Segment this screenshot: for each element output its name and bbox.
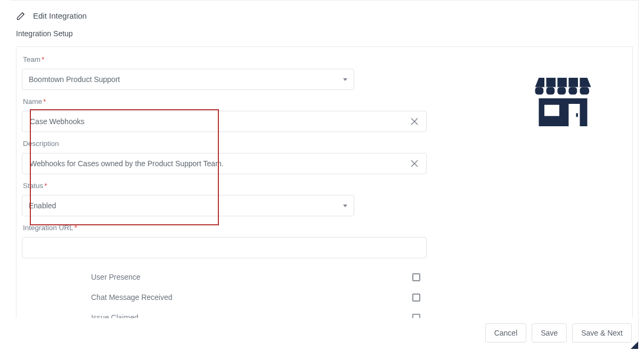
pencil-icon [16,10,27,21]
name-input-wrap [22,111,427,132]
form-column: Team* Boomtown Product Support Name* [17,54,422,328]
svg-rect-11 [544,78,547,87]
event-label: Chat Message Received [91,293,173,302]
page-container: Edit Integration Integration Setup Team*… [11,0,639,349]
svg-rect-7 [558,87,566,95]
field-label-team: Team* [22,54,422,69]
save-next-button[interactable]: Save & Next [572,323,632,343]
page-header: Edit Integration [11,1,638,27]
page-title: Edit Integration [33,11,87,20]
svg-rect-9 [580,87,590,95]
required-asterisk: * [43,182,47,190]
svg-rect-8 [569,87,577,95]
url-input[interactable] [29,238,421,258]
status-select-value: Enabled [29,201,56,210]
event-row-chat-message-received: Chat Message Received [91,287,427,307]
event-label: User Presence [91,273,141,281]
svg-rect-15 [544,105,559,116]
form-panel: Team* Boomtown Product Support Name* [16,46,633,328]
footer-actions: Cancel Save Save & Next [11,318,638,349]
field-team: Team* Boomtown Product Support [22,54,422,90]
svg-rect-5 [535,87,544,95]
field-label-url: Integration URL* [22,223,422,237]
chevron-down-icon [343,205,347,207]
chevron-down-icon [343,78,347,81]
field-label-status: Status* [22,181,422,195]
field-description: Description [22,139,422,174]
svg-rect-12 [556,78,558,87]
svg-rect-17 [576,113,578,117]
team-label-text: Team [23,55,40,63]
close-icon[interactable] [408,115,421,128]
resize-handle[interactable] [631,341,638,349]
svg-rect-16 [569,104,580,126]
checkbox-chat-message-received[interactable] [412,294,420,302]
required-asterisk: * [42,97,46,105]
required-asterisk: * [40,55,44,63]
svg-rect-13 [567,78,569,87]
name-input[interactable] [29,111,408,132]
integration-image [531,70,595,132]
description-label-text: Description [23,140,59,148]
field-integration-url: Integration URL* [22,223,422,258]
svg-rect-14 [578,78,580,87]
svg-marker-4 [535,78,591,87]
name-label-text: Name [23,97,42,105]
save-button[interactable]: Save [532,323,567,343]
section-heading: Integration Setup [11,27,638,45]
store-icon [533,70,593,130]
field-label-description: Description [22,139,422,153]
required-asterisk: * [74,224,77,232]
status-label-text: Status [23,182,43,190]
cancel-button[interactable]: Cancel [485,323,527,343]
description-input[interactable] [29,153,408,174]
url-input-wrap [22,237,427,258]
team-select-value: Boomtown Product Support [29,75,120,84]
checkbox-user-presence[interactable] [412,273,420,281]
field-name: Name* [22,96,422,132]
team-select[interactable]: Boomtown Product Support [22,69,354,90]
status-select[interactable]: Enabled [22,195,354,216]
description-input-wrap [22,153,427,174]
field-label-name: Name* [22,96,422,111]
event-row-user-presence: User Presence [91,267,427,287]
svg-rect-6 [547,87,555,95]
url-label-text: Integration URL [23,224,74,232]
close-icon[interactable] [408,157,421,170]
field-status: Status* Enabled [22,181,422,216]
